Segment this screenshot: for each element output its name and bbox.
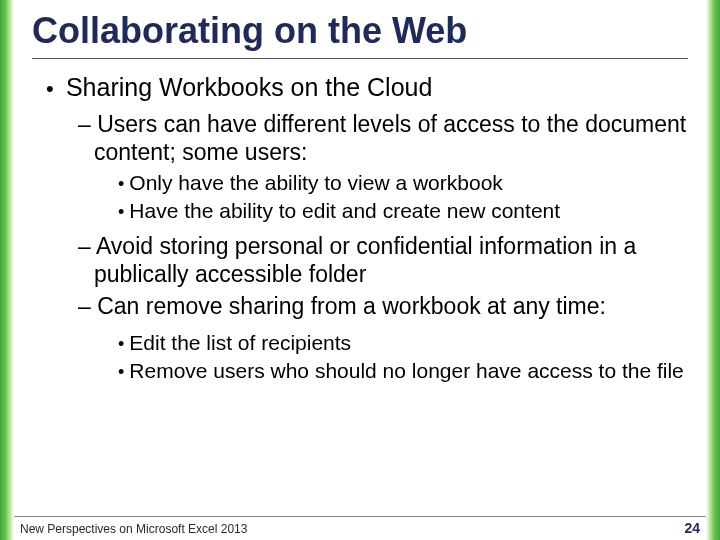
bullet-level2: Users can have different levels of acces… [78, 110, 688, 166]
bullet-level3: Only have the ability to view a workbook [118, 170, 688, 196]
page-number: 24 [684, 520, 700, 536]
footer-text: New Perspectives on Microsoft Excel 2013 [20, 522, 247, 536]
slide: Collaborating on the Web Sharing Workboo… [0, 0, 720, 540]
bullet-level3: Have the ability to edit and create new … [118, 198, 688, 224]
bullet-level1: Sharing Workbooks on the Cloud [46, 73, 688, 102]
slide-title: Collaborating on the Web [32, 10, 688, 59]
right-accent-bar [706, 0, 720, 540]
slide-footer: New Perspectives on Microsoft Excel 2013… [14, 516, 706, 536]
left-accent-bar [0, 0, 14, 540]
bullet-level3: Edit the list of recipients [118, 330, 688, 356]
slide-content: Collaborating on the Web Sharing Workboo… [14, 0, 706, 540]
bullet-level3: Remove users who should no longer have a… [118, 358, 688, 384]
bullet-level2: Can remove sharing from a workbook at an… [78, 292, 688, 320]
bullet-level2: Avoid storing personal or confidential i… [78, 232, 688, 288]
